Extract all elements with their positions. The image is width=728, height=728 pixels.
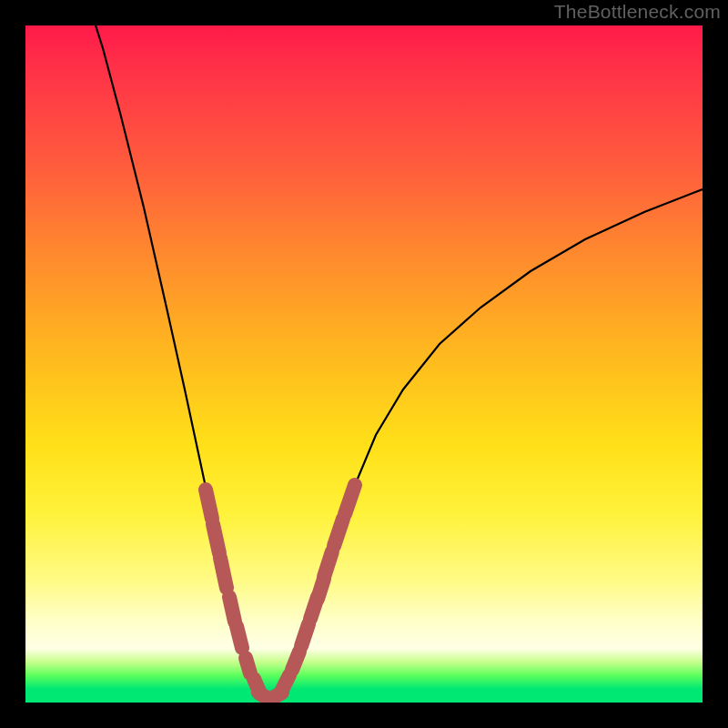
right-curve — [271, 189, 703, 701]
plot-area — [25, 25, 703, 703]
chart-svg — [25, 25, 703, 703]
frame: TheBottleneck.com — [0, 0, 728, 728]
data-markers — [206, 485, 355, 700]
watermark-text: TheBottleneck.com — [554, 1, 721, 23]
left-curve — [91, 25, 271, 701]
